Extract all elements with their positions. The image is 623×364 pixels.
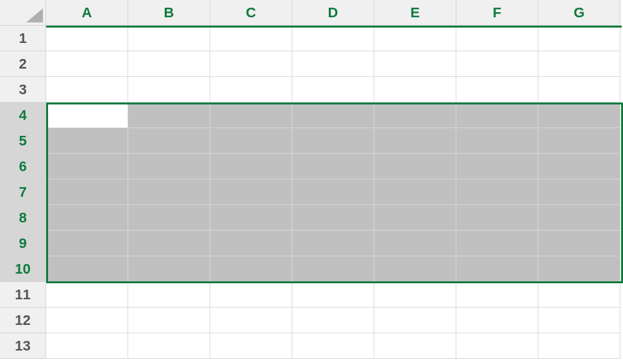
- cell-e2[interactable]: [374, 51, 456, 77]
- col-header-f[interactable]: F: [456, 0, 538, 26]
- cell-d6[interactable]: [292, 154, 374, 179]
- row-header-7[interactable]: 7: [0, 179, 46, 205]
- cell-f8[interactable]: [456, 205, 538, 231]
- row-header-13[interactable]: 13: [0, 333, 46, 359]
- cell-f4[interactable]: [456, 103, 538, 128]
- cell-a4[interactable]: [46, 103, 128, 128]
- col-header-e[interactable]: E: [374, 0, 456, 26]
- row-header-2[interactable]: 2: [0, 51, 46, 77]
- cell-e1[interactable]: [374, 26, 456, 51]
- cell-g8[interactable]: [538, 205, 620, 231]
- cell-d11[interactable]: [292, 282, 374, 308]
- cell-f6[interactable]: [456, 154, 538, 179]
- cell-b8[interactable]: [128, 205, 210, 231]
- cell-b4[interactable]: [128, 103, 210, 128]
- row-header-10[interactable]: 10: [0, 256, 46, 282]
- row-header-12[interactable]: 12: [0, 308, 46, 333]
- cell-c12[interactable]: [210, 308, 292, 333]
- cell-a13[interactable]: [46, 333, 128, 359]
- cell-b6[interactable]: [128, 154, 210, 179]
- cell-c9[interactable]: [210, 231, 292, 256]
- cell-f1[interactable]: [456, 26, 538, 51]
- cell-a2[interactable]: [46, 51, 128, 77]
- row-header-4[interactable]: 4: [0, 103, 46, 128]
- cell-g13[interactable]: [538, 333, 620, 359]
- cell-g5[interactable]: [538, 128, 620, 154]
- cell-g1[interactable]: [538, 26, 620, 51]
- cell-d13[interactable]: [292, 333, 374, 359]
- cell-e9[interactable]: [374, 231, 456, 256]
- cell-a1[interactable]: [46, 26, 128, 51]
- cell-g7[interactable]: [538, 179, 620, 205]
- cell-d9[interactable]: [292, 231, 374, 256]
- cell-c1[interactable]: [210, 26, 292, 51]
- cell-c13[interactable]: [210, 333, 292, 359]
- cell-f11[interactable]: [456, 282, 538, 308]
- cell-a10[interactable]: [46, 256, 128, 282]
- cell-e4[interactable]: [374, 103, 456, 128]
- cell-c6[interactable]: [210, 154, 292, 179]
- cell-e13[interactable]: [374, 333, 456, 359]
- cell-c2[interactable]: [210, 51, 292, 77]
- select-all-corner[interactable]: [0, 0, 46, 26]
- cell-d3[interactable]: [292, 77, 374, 103]
- cell-d7[interactable]: [292, 179, 374, 205]
- cell-b7[interactable]: [128, 179, 210, 205]
- cell-d5[interactable]: [292, 128, 374, 154]
- cell-e5[interactable]: [374, 128, 456, 154]
- cell-e7[interactable]: [374, 179, 456, 205]
- row-header-9[interactable]: 9: [0, 231, 46, 256]
- cell-c10[interactable]: [210, 256, 292, 282]
- cell-a9[interactable]: [46, 231, 128, 256]
- cell-a3[interactable]: [46, 77, 128, 103]
- cell-b10[interactable]: [128, 256, 210, 282]
- cell-f13[interactable]: [456, 333, 538, 359]
- cell-b13[interactable]: [128, 333, 210, 359]
- cell-a12[interactable]: [46, 308, 128, 333]
- cell-e3[interactable]: [374, 77, 456, 103]
- cell-g6[interactable]: [538, 154, 620, 179]
- cell-d10[interactable]: [292, 256, 374, 282]
- cell-c7[interactable]: [210, 179, 292, 205]
- cell-e8[interactable]: [374, 205, 456, 231]
- cell-e12[interactable]: [374, 308, 456, 333]
- col-header-c[interactable]: C: [210, 0, 292, 26]
- cell-f7[interactable]: [456, 179, 538, 205]
- cell-c4[interactable]: [210, 103, 292, 128]
- cell-f9[interactable]: [456, 231, 538, 256]
- cell-f10[interactable]: [456, 256, 538, 282]
- cell-e10[interactable]: [374, 256, 456, 282]
- cell-b11[interactable]: [128, 282, 210, 308]
- cell-b12[interactable]: [128, 308, 210, 333]
- cell-d12[interactable]: [292, 308, 374, 333]
- cell-g11[interactable]: [538, 282, 620, 308]
- row-header-5[interactable]: 5: [0, 128, 46, 154]
- cell-a11[interactable]: [46, 282, 128, 308]
- cell-g4[interactable]: [538, 103, 620, 128]
- row-header-8[interactable]: 8: [0, 205, 46, 231]
- cell-b9[interactable]: [128, 231, 210, 256]
- cell-f12[interactable]: [456, 308, 538, 333]
- cell-a8[interactable]: [46, 205, 128, 231]
- cell-d4[interactable]: [292, 103, 374, 128]
- cell-d1[interactable]: [292, 26, 374, 51]
- cell-c3[interactable]: [210, 77, 292, 103]
- cell-c5[interactable]: [210, 128, 292, 154]
- cell-d8[interactable]: [292, 205, 374, 231]
- row-header-6[interactable]: 6: [0, 154, 46, 179]
- cell-g2[interactable]: [538, 51, 620, 77]
- cell-b5[interactable]: [128, 128, 210, 154]
- col-header-d[interactable]: D: [292, 0, 374, 26]
- cell-c8[interactable]: [210, 205, 292, 231]
- cell-b1[interactable]: [128, 26, 210, 51]
- cell-f3[interactable]: [456, 77, 538, 103]
- row-header-3[interactable]: 3: [0, 77, 46, 103]
- cell-g12[interactable]: [538, 308, 620, 333]
- cell-e6[interactable]: [374, 154, 456, 179]
- row-header-11[interactable]: 11: [0, 282, 46, 308]
- cell-f2[interactable]: [456, 51, 538, 77]
- cell-g9[interactable]: [538, 231, 620, 256]
- cell-f5[interactable]: [456, 128, 538, 154]
- cell-e11[interactable]: [374, 282, 456, 308]
- cell-a5[interactable]: [46, 128, 128, 154]
